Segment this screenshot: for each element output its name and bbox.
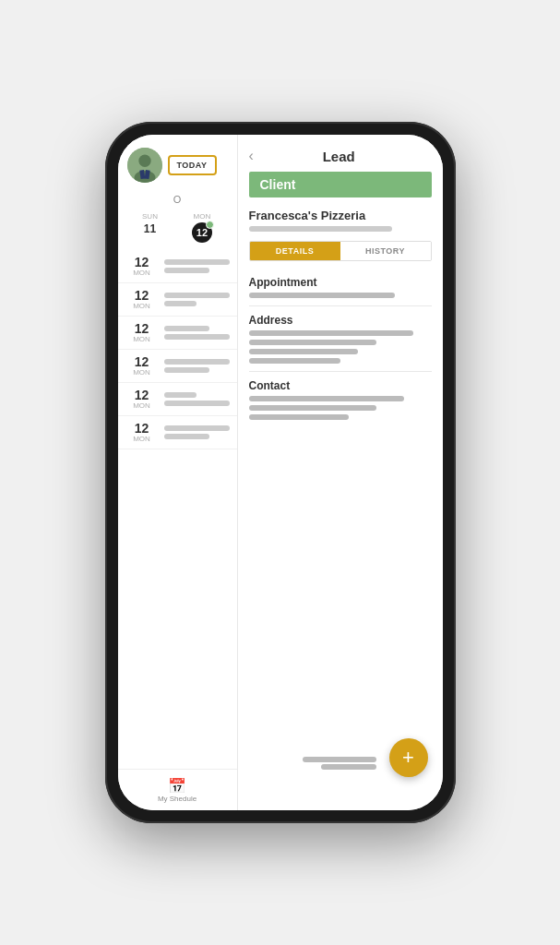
- schedule-list: 12 MON 12 MON: [118, 246, 237, 769]
- divider: [249, 305, 432, 306]
- bar: [164, 392, 197, 398]
- date-num: 12: [125, 422, 159, 435]
- right-detail-panel: ‹ Lead Client Francesca's Pizzeria DETAI…: [238, 135, 443, 810]
- contact-bar-3: [249, 414, 350, 420]
- date-box: 12 MON: [125, 422, 159, 443]
- item-bars: [164, 259, 230, 273]
- bar: [164, 367, 210, 373]
- list-item[interactable]: 12 MON: [118, 250, 237, 283]
- tabs-row: DETAILS HISTORY: [249, 241, 432, 261]
- bar: [164, 334, 230, 340]
- bar: [164, 293, 230, 298]
- date-num: 12: [125, 389, 159, 401]
- address-bar-4: [249, 358, 340, 364]
- bar: [164, 359, 230, 365]
- contact-bar-1: [249, 396, 404, 401]
- list-item[interactable]: 12 MON: [118, 416, 237, 449]
- left-header: TODAY: [118, 135, 237, 190]
- fab-add-button[interactable]: +: [389, 738, 428, 777]
- date-box: 12 MON: [125, 256, 159, 277]
- date-mon: MON: [125, 302, 159, 310]
- address-bar-1: [249, 330, 413, 336]
- list-item[interactable]: 12 MON: [118, 350, 237, 383]
- tab-history[interactable]: HISTORY: [340, 242, 431, 260]
- bar: [164, 268, 210, 273]
- section-title-address: Address: [249, 314, 432, 327]
- date-box: 12 MON: [125, 355, 159, 377]
- svg-point-1: [138, 155, 150, 167]
- date-num: 12: [125, 355, 159, 368]
- day-mon-name: MON: [194, 212, 211, 221]
- bar: [164, 425, 230, 431]
- address-bar-2: [249, 340, 377, 345]
- page-title: Lead: [261, 149, 432, 164]
- contact-bar-2: [249, 405, 377, 411]
- today-button[interactable]: TODAY: [168, 155, 217, 175]
- week-days: SUN 11 MON 12: [118, 209, 237, 246]
- left-nav: 📅 My Shedule: [118, 769, 237, 810]
- item-bars: [164, 326, 230, 340]
- bar: [164, 434, 210, 439]
- item-bars: [164, 359, 230, 373]
- business-name: Francesca's Pizzeria: [238, 203, 443, 224]
- list-item[interactable]: 12 MON: [118, 283, 237, 317]
- fab-bar-1: [303, 757, 376, 762]
- date-mon: MON: [125, 435, 159, 443]
- name-underline: [249, 226, 392, 232]
- date-box: 12 MON: [125, 289, 159, 310]
- phone-device: TODAY O SUN 11 MON 12 12 MON: [105, 122, 456, 823]
- item-bars: [164, 392, 230, 406]
- date-num: 12: [125, 256, 159, 269]
- phone-screen: TODAY O SUN 11 MON 12 12 MON: [118, 135, 443, 810]
- date-num: 12: [125, 322, 159, 335]
- bar: [164, 401, 230, 406]
- tab-details[interactable]: DETAILS: [250, 242, 340, 260]
- item-bars: [164, 293, 230, 306]
- day-sun-num: 11: [144, 222, 156, 235]
- schedule-icon: 📅: [168, 777, 186, 795]
- back-button[interactable]: ‹: [249, 148, 254, 164]
- bar: [164, 326, 210, 331]
- date-box: 12 MON: [125, 322, 159, 343]
- nav-label: My Shedule: [158, 795, 197, 803]
- date-num: 12: [125, 289, 159, 302]
- day-mon-num: 12: [192, 222, 212, 243]
- detail-scroll: Appointment Address Contact: [238, 269, 443, 810]
- section-title-contact: Contact: [249, 379, 432, 392]
- fab-bar-2: [321, 764, 376, 770]
- date-mon: MON: [125, 335, 159, 343]
- bar: [164, 259, 230, 265]
- left-schedule-panel: TODAY O SUN 11 MON 12 12 MON: [118, 135, 238, 810]
- address-bar-3: [249, 349, 359, 354]
- divider: [249, 371, 432, 372]
- section-title-appointment: Appointment: [249, 276, 432, 289]
- item-bars: [164, 425, 230, 439]
- date-mon: MON: [125, 269, 159, 277]
- day-sun: SUN 11: [142, 212, 158, 243]
- day-sun-name: SUN: [142, 212, 158, 221]
- list-item[interactable]: 12 MON: [118, 383, 237, 416]
- date-mon: MON: [125, 368, 159, 377]
- appointment-bar: [249, 293, 395, 298]
- date-box: 12 MON: [125, 389, 159, 410]
- bar: [164, 301, 197, 306]
- month-label: O: [118, 190, 237, 209]
- avatar: [127, 148, 162, 183]
- day-mon: MON 12: [192, 212, 212, 243]
- client-badge: Client: [249, 172, 432, 197]
- date-mon: MON: [125, 401, 159, 410]
- right-header: ‹ Lead: [238, 135, 443, 172]
- list-item[interactable]: 12 MON: [118, 317, 237, 350]
